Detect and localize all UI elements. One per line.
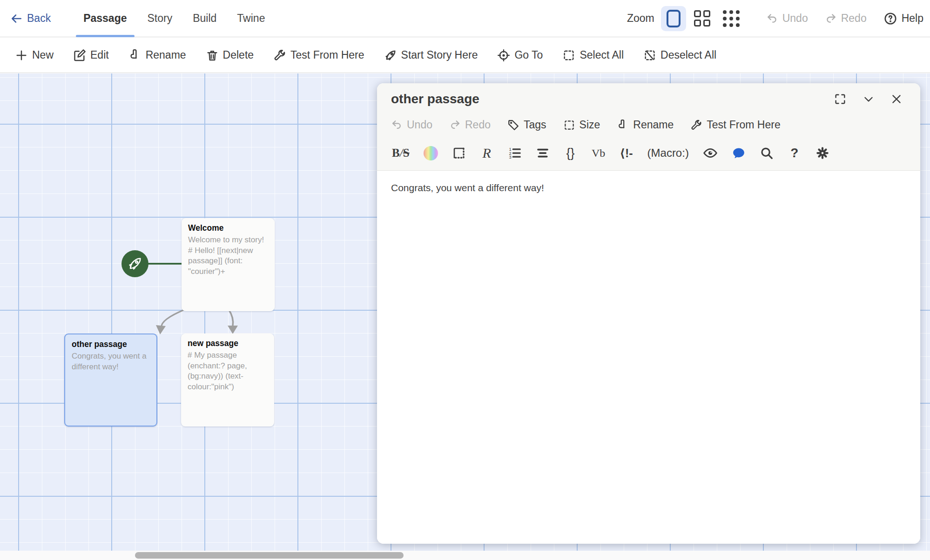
- horizontal-scrollbar-thumb[interactable]: [135, 552, 404, 559]
- chevron-down-icon: [863, 93, 875, 105]
- rename-label: Rename: [146, 49, 186, 61]
- new-passage-button[interactable]: New: [8, 49, 60, 62]
- tab-build-label: Build: [193, 12, 216, 25]
- zoom-level-large-button[interactable]: [661, 6, 686, 31]
- deselect-all-label: Deselect All: [660, 49, 716, 61]
- verbatim-button[interactable]: Vb: [592, 147, 606, 160]
- select-all-button[interactable]: Select All: [556, 49, 630, 62]
- story-map-canvas[interactable]: Welcome Welcome to my story! # Hello! [[…: [0, 73, 930, 551]
- back-label: Back: [27, 12, 51, 25]
- border-button[interactable]: [452, 146, 466, 160]
- editor-test-from-here-button[interactable]: Test From Here: [690, 119, 780, 131]
- zoom-level-small-button[interactable]: [719, 6, 744, 31]
- redo-button[interactable]: Redo: [818, 12, 873, 25]
- comment-button[interactable]: ⟨!-: [620, 147, 633, 160]
- zoom-label: Zoom: [627, 12, 654, 25]
- deselect-all-icon: [643, 49, 656, 62]
- story-start-badge[interactable]: [121, 250, 148, 277]
- editor-header: other passage Undo: [377, 83, 920, 171]
- link-arrowhead-other-passage: [156, 325, 166, 334]
- zoom-small-icon: [723, 10, 740, 27]
- new-label: New: [32, 49, 54, 61]
- passage-card-other-passage[interactable]: other passage Congrats, you went a diffe…: [64, 333, 157, 427]
- eye-icon: [703, 146, 718, 160]
- rename-pen-icon: [128, 49, 142, 62]
- color-wheel-icon: [424, 146, 438, 160]
- align-center-icon: [536, 146, 550, 160]
- tab-passage[interactable]: Passage: [73, 0, 137, 37]
- help-button[interactable]: Help: [877, 12, 923, 26]
- comments-bubble-button[interactable]: [732, 146, 746, 160]
- passage-card-new-passage[interactable]: new passage # My passage (enchant:? page…: [181, 333, 274, 427]
- passage-text-editor[interactable]: Congrats, you went a different way!: [377, 171, 920, 544]
- collapse-text-button[interactable]: {}: [564, 146, 578, 160]
- preview-button[interactable]: [703, 146, 718, 160]
- macro-button[interactable]: (Macro:): [647, 147, 689, 160]
- passage-editor-dialog: other passage Undo: [377, 83, 920, 544]
- redo-icon: [825, 13, 837, 25]
- wrench-icon: [690, 119, 702, 131]
- back-button[interactable]: Back: [10, 12, 51, 25]
- editor-title: other passage: [391, 92, 479, 107]
- editor-undo-button[interactable]: Undo: [391, 119, 432, 131]
- editor-settings-button[interactable]: [815, 146, 829, 160]
- redo-label: Redo: [841, 12, 867, 25]
- speech-bubble-icon: [732, 146, 746, 160]
- go-to-button[interactable]: Go To: [491, 49, 549, 62]
- tab-build[interactable]: Build: [182, 0, 227, 37]
- editor-rename-label: Rename: [633, 119, 674, 131]
- maximize-button[interactable]: [834, 93, 847, 106]
- braces-glyph: {}: [566, 146, 575, 160]
- zoom-medium-icon: [694, 10, 710, 27]
- editor-test-from-here-label: Test From Here: [707, 119, 780, 131]
- font-button[interactable]: R: [480, 145, 494, 161]
- ordered-list-icon: 123: [508, 146, 522, 160]
- go-to-label: Go To: [514, 49, 543, 61]
- tags-button[interactable]: Tags: [507, 119, 546, 131]
- undo-icon: [766, 13, 778, 25]
- find-button[interactable]: [760, 146, 774, 160]
- edit-pencil-icon: [73, 49, 86, 62]
- rename-pen-icon: [617, 119, 629, 131]
- select-all-label: Select All: [580, 49, 624, 61]
- tag-icon: [507, 119, 519, 131]
- font-glyph: R: [482, 145, 491, 161]
- help-label: Help: [902, 12, 923, 25]
- delete-button[interactable]: Delete: [199, 49, 260, 62]
- align-button[interactable]: [536, 146, 550, 160]
- help-reference-button[interactable]: ?: [788, 146, 802, 160]
- edit-button[interactable]: Edit: [67, 49, 115, 62]
- horizontal-scrollbar-track[interactable]: [0, 551, 930, 560]
- start-story-here-button[interactable]: Start Story Here: [377, 49, 485, 62]
- passage-title: other passage: [72, 340, 150, 349]
- tab-story[interactable]: Story: [137, 0, 183, 37]
- bold-glyph: B: [392, 147, 400, 160]
- help-icon: [883, 12, 897, 26]
- undo-button[interactable]: Undo: [760, 12, 815, 25]
- crosshair-icon: [497, 49, 510, 62]
- start-rocket-icon: [127, 256, 143, 272]
- strike-glyph: S: [403, 147, 410, 160]
- wrench-icon: [273, 49, 286, 62]
- rename-button[interactable]: Rename: [122, 49, 193, 62]
- passage-card-welcome[interactable]: Welcome Welcome to my story! # Hello! [[…: [182, 218, 275, 311]
- size-button[interactable]: Size: [563, 119, 600, 131]
- close-button[interactable]: [890, 93, 903, 105]
- editor-redo-button[interactable]: Redo: [449, 119, 491, 131]
- slash-glyph: /: [400, 147, 403, 160]
- ordered-list-button[interactable]: 123: [508, 146, 522, 160]
- link-arrow-new-passage: [229, 309, 233, 326]
- top-bar: Back Passage Story Build Twine Zoom Undo…: [0, 0, 930, 37]
- passage-excerpt: Congrats, you went a different way!: [72, 351, 150, 372]
- text-style-button[interactable]: B/S: [392, 147, 410, 160]
- editor-rename-button[interactable]: Rename: [617, 119, 674, 131]
- border-box-icon: [452, 146, 466, 160]
- test-from-here-button[interactable]: Test From Here: [267, 49, 371, 62]
- editor-toolbar-row1: Undo Redo Tags Size Rename: [391, 119, 906, 131]
- tab-twine[interactable]: Twine: [227, 0, 275, 37]
- collapse-button[interactable]: [863, 93, 875, 105]
- passage-title: new passage: [188, 339, 268, 348]
- color-button[interactable]: [424, 146, 438, 160]
- deselect-all-button[interactable]: Deselect All: [637, 49, 723, 62]
- zoom-level-medium-button[interactable]: [690, 6, 715, 31]
